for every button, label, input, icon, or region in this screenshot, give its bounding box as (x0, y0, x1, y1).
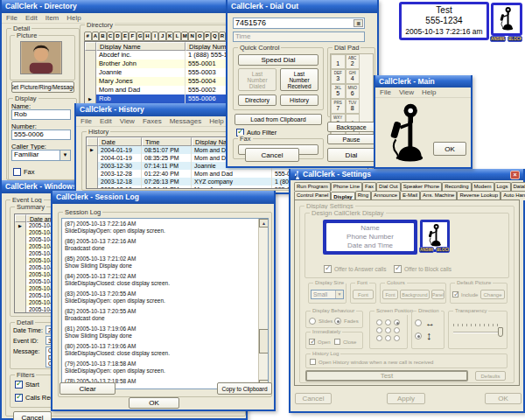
settings-tab[interactable]: Recording (442, 182, 471, 191)
dialpad-key[interactable]: ABC 2 (346, 54, 360, 69)
start-filter-checkbox[interactable]: Start (15, 381, 39, 388)
dialout-titlebar[interactable]: CallClerk - Dial Out (228, 0, 377, 13)
position-radio[interactable] (376, 319, 382, 326)
menu-item[interactable]: File (6, 13, 18, 23)
directory-titlebar[interactable]: CallClerk - Directory (2, 0, 228, 13)
settings-ok-button[interactable]: OK (485, 393, 522, 404)
colours-background-button[interactable]: Background (400, 290, 430, 299)
scroll-thumb[interactable] (259, 329, 269, 354)
number-field[interactable]: 555-0006 (11, 130, 71, 140)
dial-button[interactable]: Dial (327, 148, 375, 162)
apply-button[interactable]: Apply (387, 393, 425, 404)
sessionlog-textarea[interactable]: (87) 2005-10-13 7:22:16 AM SlideDisplayO… (61, 218, 269, 389)
cancel-button[interactable]: Cancel (13, 411, 52, 420)
direction-horizontal[interactable]: ↔ (415, 318, 435, 327)
transparency-thumb[interactable] (498, 327, 503, 337)
fax-checkbox[interactable]: Fax (13, 168, 35, 176)
col-display-name[interactable]: Display Name (96, 42, 186, 51)
directory-row[interactable]: Mom and Dad 555-0002 (85, 86, 226, 94)
directory-row[interactable]: Abcdef inc. 1 (888) 555-12 (85, 51, 226, 60)
alphabet-tab[interactable]: B (99, 32, 107, 41)
settings-tab[interactable]: Phone Line (331, 182, 362, 191)
backspace-button[interactable]: Backspace (327, 122, 375, 132)
defaults-button[interactable]: Defaults (475, 371, 506, 381)
settings-tab[interactable]: Logs (494, 182, 511, 191)
include-picture-checkbox[interactable]: Include (452, 291, 478, 298)
change-picture-button[interactable]: Change (480, 290, 505, 299)
dialpad-key[interactable]: GHI 4 (346, 69, 360, 84)
clear-button[interactable]: Clear (60, 382, 116, 395)
menu-item[interactable]: View (399, 88, 414, 97)
directory-row[interactable]: Joannie 555-0003 (85, 68, 226, 77)
dialpad-key[interactable]: TUV 8 (346, 99, 360, 114)
speed-dial-button[interactable]: Speed Dial (238, 54, 318, 66)
scroll-up-icon[interactable]: ▲ (259, 219, 269, 228)
open-history-checkbox[interactable]: Open History window when a new call is r… (310, 359, 433, 365)
settings-tab[interactable]: Modem (472, 182, 494, 191)
alphabet-tab[interactable]: P (204, 32, 212, 41)
transparency-track[interactable] (453, 332, 500, 333)
answer-button[interactable]: ANSWER (490, 36, 506, 42)
menu-item[interactable]: File (80, 116, 92, 126)
name-time-input[interactable]: Time (233, 32, 365, 42)
menu-item[interactable]: Help (209, 116, 223, 126)
dialpad-key[interactable]: 1 (331, 54, 346, 69)
number-list-icon[interactable]: ≣ (354, 19, 363, 27)
ok-button[interactable]: OK (129, 397, 179, 409)
load-from-clipboard-button[interactable]: Load from Clipboard (234, 114, 322, 125)
col-date[interactable]: Date (98, 137, 142, 146)
font-button[interactable]: Font (353, 290, 374, 299)
col-time[interactable]: Time (142, 137, 192, 146)
alphabet-tab[interactable]: G (136, 32, 144, 41)
position-radio[interactable] (376, 327, 382, 333)
position-radio[interactable] (385, 327, 391, 333)
alphabet-tab[interactable]: I (151, 32, 159, 41)
dialpad-key[interactable]: JKL 5 (331, 84, 346, 99)
chevron-down-icon[interactable]: ▼ (60, 150, 70, 160)
caller-type-select[interactable]: Familiar ▼ (11, 150, 71, 161)
dialout-cancel[interactable]: Cancel (245, 148, 299, 162)
alphabet-tab[interactable]: H (144, 32, 151, 41)
main-titlebar[interactable]: CallClerk - Main (375, 75, 471, 88)
alphabet-tab[interactable]: A (92, 32, 100, 41)
settings-tab[interactable]: Dial Out (376, 182, 401, 191)
close-checkbox[interactable]: Close (334, 339, 356, 345)
menu-item[interactable]: Help (66, 13, 80, 23)
position-radio[interactable] (394, 319, 400, 326)
position-radio[interactable] (385, 319, 391, 326)
menu-item[interactable]: Edit (100, 116, 112, 126)
set-picture-button[interactable]: Set Picture/Ring/Message (11, 81, 74, 93)
alphabet-tab[interactable]: M (181, 32, 189, 41)
alphabet-tab[interactable]: L (173, 32, 181, 41)
menu-item[interactable]: Messages (170, 116, 201, 126)
settings-tab[interactable]: Database (511, 182, 525, 191)
menu-item[interactable]: View (120, 116, 135, 126)
alphabet-tab[interactable]: E (122, 32, 130, 41)
dialpad-key[interactable]: PRS 7 (331, 99, 346, 114)
position-radio[interactable] (376, 335, 382, 341)
alphabet-tab[interactable]: C (107, 32, 115, 41)
dialpad-key[interactable]: MNO 6 (346, 84, 360, 99)
alphabet-tab[interactable]: N (188, 32, 196, 41)
close-icon[interactable]: × (510, 171, 520, 179)
ok-button[interactable]: OK (433, 142, 466, 156)
last-number-dialed-button[interactable]: Last Number Dialed (238, 68, 276, 91)
open-checkbox[interactable]: Open (309, 339, 331, 345)
menu-item[interactable]: Faxes (143, 116, 162, 126)
pause-button[interactable]: Pause (327, 134, 375, 144)
settings-tab[interactable]: Run Program (294, 182, 331, 191)
copy-to-clipboard-button[interactable]: Copy to Clipboard (217, 382, 272, 395)
dialpad-key[interactable]: DEF 3 (331, 69, 346, 84)
settings-titlebar[interactable]: CallClerk - Settings × (290, 169, 523, 180)
position-radio[interactable] (385, 335, 391, 341)
alphabet-tab[interactable]: Q (211, 32, 219, 41)
colours-font-button[interactable]: Font (382, 290, 398, 299)
alphabet-tab[interactable]: D (114, 32, 122, 41)
offer-answer-checkbox[interactable]: Offer to Answer calls (324, 265, 387, 273)
display-size-select[interactable]: Small ▼ (311, 290, 344, 299)
settings-tab[interactable]: Fax (362, 182, 376, 191)
position-radio[interactable] (394, 327, 400, 333)
alphabet-tab[interactable]: R (219, 32, 227, 41)
menu-item[interactable]: Item (46, 13, 60, 23)
fades-radio[interactable]: Fades (334, 318, 359, 325)
